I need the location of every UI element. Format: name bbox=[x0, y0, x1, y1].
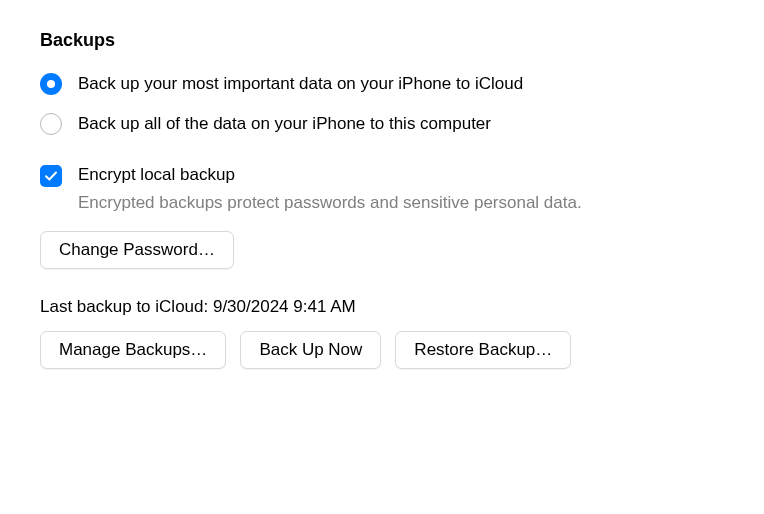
backup-option-computer[interactable]: Back up all of the data on your iPhone t… bbox=[40, 113, 724, 135]
backup-option-icloud[interactable]: Back up your most important data on your… bbox=[40, 73, 724, 95]
back-up-now-button[interactable]: Back Up Now bbox=[240, 331, 381, 369]
restore-backup-button[interactable]: Restore Backup… bbox=[395, 331, 571, 369]
manage-backups-button[interactable]: Manage Backups… bbox=[40, 331, 226, 369]
encrypt-description: Encrypted backups protect passwords and … bbox=[78, 193, 582, 213]
last-backup-text: Last backup to iCloud: 9/30/2024 9:41 AM bbox=[40, 297, 724, 317]
backup-option-computer-label: Back up all of the data on your iPhone t… bbox=[78, 114, 491, 134]
encrypt-label: Encrypt local backup bbox=[78, 165, 582, 185]
radio-icon-selected bbox=[40, 73, 62, 95]
radio-icon-unselected bbox=[40, 113, 62, 135]
change-password-button[interactable]: Change Password… bbox=[40, 231, 234, 269]
section-title: Backups bbox=[40, 30, 724, 51]
checkmark-icon bbox=[44, 169, 58, 183]
encrypt-checkbox[interactable] bbox=[40, 165, 62, 187]
backup-option-icloud-label: Back up your most important data on your… bbox=[78, 74, 523, 94]
